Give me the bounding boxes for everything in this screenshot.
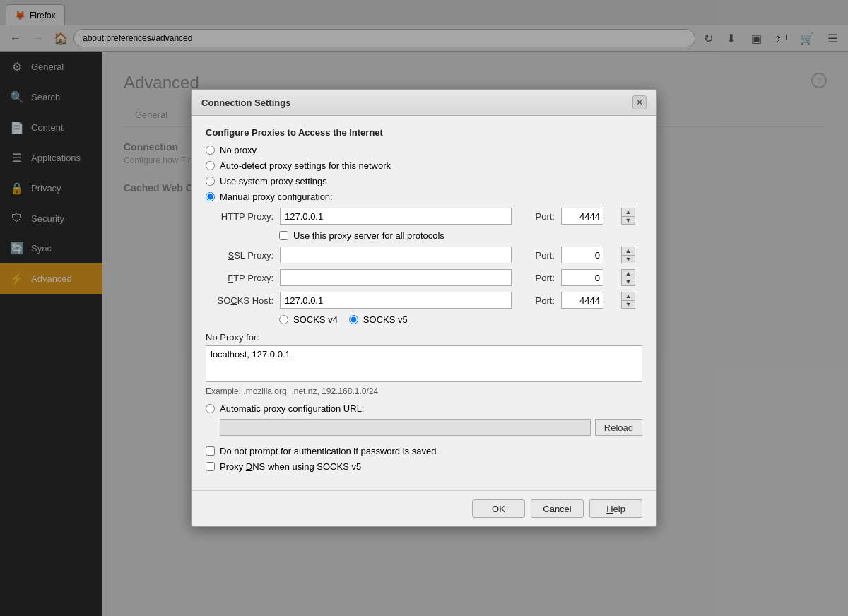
no-proxy-radio-row: No proxy bbox=[206, 145, 642, 155]
socks-port-input[interactable] bbox=[561, 292, 603, 309]
http-proxy-label: HTTP Proxy: bbox=[206, 211, 276, 222]
ftp-port-spinner[interactable]: ▲ ▼ bbox=[621, 269, 635, 286]
ftp-proxy-row: FTP Proxy: Port: ▲ ▼ bbox=[206, 269, 642, 286]
ftp-proxy-input[interactable] bbox=[280, 269, 512, 286]
group-title: Configure Proxies to Access the Internet bbox=[206, 127, 642, 138]
socks-port-down[interactable]: ▼ bbox=[621, 300, 635, 309]
no-auth-label[interactable]: Do not prompt for authentication if pass… bbox=[220, 446, 436, 456]
ok-button[interactable]: OK bbox=[472, 499, 525, 518]
socks-host-input[interactable] bbox=[280, 292, 512, 309]
auto-proxy-section: Automatic proxy configuration URL: Reloa… bbox=[206, 403, 642, 436]
ssl-proxy-row: SSL Proxy: Port: ▲ ▼ bbox=[206, 247, 642, 263]
ftp-port-up[interactable]: ▲ bbox=[621, 269, 635, 278]
dialog-body: Configure Proxies to Access the Internet… bbox=[192, 116, 656, 490]
dialog-footer: OK Cancel Help bbox=[192, 490, 656, 526]
no-proxy-section: No Proxy for: localhost, 127.0.0.1 Examp… bbox=[206, 332, 642, 396]
manual-proxy-label[interactable]: Manual proxy configuration: bbox=[220, 191, 333, 202]
socks-v5-label[interactable]: SOCKS v5 bbox=[363, 314, 408, 325]
proxy-dns-label[interactable]: Proxy DNS when using SOCKS v5 bbox=[220, 461, 361, 472]
no-proxy-radio[interactable] bbox=[206, 146, 215, 155]
ssl-port-spinner[interactable]: ▲ ▼ bbox=[621, 247, 635, 263]
auto-proxy-radio-row: Automatic proxy configuration URL: bbox=[206, 403, 642, 414]
auto-proxy-url-input[interactable] bbox=[220, 419, 591, 436]
socks-version-row: SOCKS v4 SOCKS v5 bbox=[279, 314, 642, 325]
socks-v5-radio[interactable] bbox=[349, 315, 358, 324]
ssl-port-input[interactable] bbox=[561, 247, 603, 263]
help-button[interactable]: Help bbox=[589, 499, 642, 518]
ssl-port-up[interactable]: ▲ bbox=[621, 247, 635, 255]
http-port-up[interactable]: ▲ bbox=[621, 208, 635, 216]
auto-detect-label[interactable]: Auto-detect proxy settings for this netw… bbox=[220, 160, 391, 171]
use-proxy-row: Use this proxy server for all protocols bbox=[279, 230, 642, 241]
http-port-spinner[interactable]: ▲ ▼ bbox=[621, 208, 635, 225]
no-proxy-textarea[interactable]: localhost, 127.0.0.1 bbox=[206, 345, 642, 382]
no-auth-prompt-row: Do not prompt for authentication if pass… bbox=[206, 446, 642, 456]
manual-proxy-radio[interactable] bbox=[206, 192, 215, 201]
ftp-port-down[interactable]: ▼ bbox=[621, 278, 635, 287]
no-proxy-for-label: No Proxy for: bbox=[206, 332, 642, 343]
socks-v4-radio[interactable] bbox=[279, 315, 288, 324]
http-port-input[interactable] bbox=[561, 208, 603, 225]
dialog-checkboxes: Do not prompt for authentication if pass… bbox=[206, 446, 642, 472]
connection-settings-dialog: Connection Settings ✕ Configure Proxies … bbox=[191, 89, 657, 527]
no-auth-checkbox[interactable] bbox=[206, 446, 215, 456]
ssl-port-label: Port: bbox=[515, 250, 558, 261]
ftp-port-input[interactable] bbox=[561, 269, 603, 286]
proxy-dns-checkbox[interactable] bbox=[206, 462, 215, 471]
dialog-title: Connection Settings bbox=[201, 97, 290, 108]
use-proxy-checkbox[interactable] bbox=[279, 231, 288, 240]
ssl-proxy-input[interactable] bbox=[280, 247, 512, 263]
auto-detect-radio[interactable] bbox=[206, 161, 215, 170]
system-proxy-label[interactable]: Use system proxy settings bbox=[220, 176, 327, 186]
socks-port-label: Port: bbox=[515, 295, 558, 306]
use-proxy-label[interactable]: Use this proxy server for all protocols bbox=[293, 230, 444, 241]
modal-overlay: Connection Settings ✕ Configure Proxies … bbox=[0, 0, 848, 616]
system-proxy-radio[interactable] bbox=[206, 177, 215, 186]
proxy-dns-row: Proxy DNS when using SOCKS v5 bbox=[206, 461, 642, 472]
manual-proxy-radio-row: Manual proxy configuration: bbox=[206, 191, 642, 202]
auto-proxy-label[interactable]: Automatic proxy configuration URL: bbox=[220, 403, 364, 414]
socks-port-spinner[interactable]: ▲ ▼ bbox=[621, 292, 635, 309]
ftp-proxy-label: FTP Proxy: bbox=[206, 273, 276, 283]
close-button[interactable]: ✕ bbox=[632, 95, 647, 109]
dialog-header: Connection Settings ✕ bbox=[192, 90, 656, 116]
socks-v5-row: SOCKS v5 bbox=[349, 314, 408, 325]
example-text: Example: .mozilla.org, .net.nz, 192.168.… bbox=[206, 386, 642, 396]
ftp-port-label: Port: bbox=[515, 273, 558, 283]
socks-host-label: SOCKS Host: bbox=[206, 295, 276, 306]
system-proxy-radio-row: Use system proxy settings bbox=[206, 176, 642, 186]
auto-proxy-input-row: Reload bbox=[220, 419, 642, 436]
socks-v4-label[interactable]: SOCKS v4 bbox=[293, 314, 338, 325]
socks-host-row: SOCKS Host: Port: ▲ ▼ bbox=[206, 292, 642, 309]
socks-v4-row: SOCKS v4 bbox=[279, 314, 338, 325]
ssl-port-down[interactable]: ▼ bbox=[621, 255, 635, 264]
http-port-label: Port: bbox=[515, 211, 558, 222]
cancel-button[interactable]: Cancel bbox=[531, 499, 584, 518]
auto-proxy-radio[interactable] bbox=[206, 404, 215, 413]
http-port-down[interactable]: ▼ bbox=[621, 216, 635, 225]
no-proxy-label[interactable]: No proxy bbox=[220, 145, 257, 155]
http-proxy-row: HTTP Proxy: Port: ▲ ▼ bbox=[206, 208, 642, 225]
auto-detect-radio-row: Auto-detect proxy settings for this netw… bbox=[206, 160, 642, 171]
socks-port-up[interactable]: ▲ bbox=[621, 292, 635, 300]
reload-button[interactable]: Reload bbox=[595, 419, 642, 436]
ssl-proxy-label: SSL Proxy: bbox=[206, 250, 276, 261]
http-proxy-input[interactable] bbox=[280, 208, 512, 225]
